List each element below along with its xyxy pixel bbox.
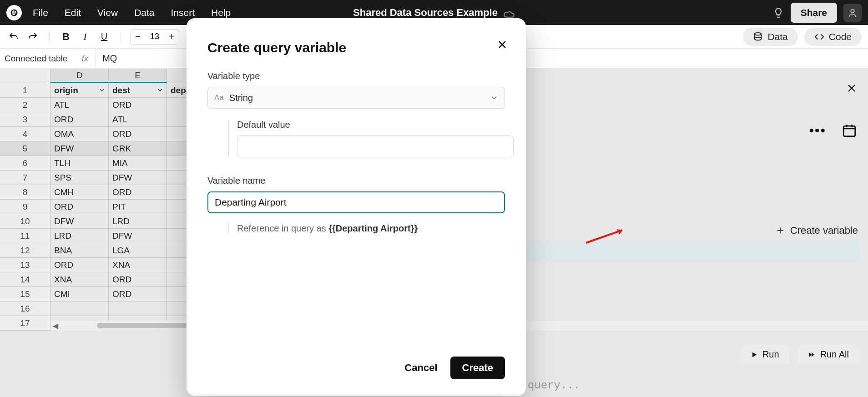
cell[interactable]: ORD	[50, 112, 109, 127]
cell[interactable]: ORD	[50, 200, 109, 214]
menu-file[interactable]: File	[33, 7, 48, 18]
share-button[interactable]: Share	[791, 3, 837, 23]
user-menu[interactable]	[843, 4, 862, 22]
font-size-increase[interactable]: +	[164, 30, 179, 44]
cell[interactable]: XNA	[50, 272, 109, 287]
modal-close-icon[interactable]	[496, 38, 509, 51]
row-number[interactable]: 8	[0, 185, 50, 200]
row-number[interactable]: 11	[0, 229, 50, 243]
menu-edit[interactable]: Edit	[65, 7, 81, 18]
bold-button[interactable]: B	[59, 30, 73, 44]
cell[interactable]: OMA	[50, 127, 109, 141]
select-all-corner[interactable]	[0, 69, 50, 83]
row-number[interactable]: 5	[0, 141, 50, 156]
more-menu-icon[interactable]: •••	[809, 123, 826, 138]
row-number[interactable]: 7	[0, 171, 50, 185]
cell[interactable]: ATL	[109, 112, 167, 127]
default-value-input[interactable]	[237, 136, 514, 157]
scroll-left-icon[interactable]: ◀	[50, 322, 61, 330]
row-number[interactable]: 13	[0, 258, 50, 272]
row-number[interactable]: 15	[0, 287, 50, 302]
cell[interactable]	[50, 302, 109, 316]
row-number[interactable]: 12	[0, 243, 50, 258]
run-all-button[interactable]: Run All	[797, 345, 859, 364]
cell[interactable]: ATL	[50, 98, 109, 112]
cell[interactable]: MIA	[109, 156, 167, 171]
menu-help[interactable]: Help	[211, 7, 231, 18]
cell[interactable]: LRD	[50, 229, 109, 243]
cell[interactable]: TLH	[50, 156, 109, 171]
doc-title: Shared Data Sources Example	[353, 7, 498, 19]
cell[interactable]: SPS	[50, 171, 109, 185]
cell[interactable]: CMH	[50, 185, 109, 200]
cell[interactable]	[109, 302, 167, 316]
cell[interactable]: GRK	[109, 141, 167, 156]
underline-button[interactable]: U	[97, 30, 111, 44]
create-variable-modal: Create query variable Variable type Aa S…	[187, 18, 526, 396]
row-number[interactable]: 6	[0, 156, 50, 171]
row-number[interactable]: 9	[0, 200, 50, 214]
text-type-icon: Aa	[214, 93, 224, 102]
code-icon	[814, 32, 824, 42]
row-number[interactable]: 3	[0, 112, 50, 127]
close-panel-icon[interactable]	[845, 82, 858, 95]
column-header-dest[interactable]: dest	[109, 83, 167, 98]
cell[interactable]: ORD	[109, 127, 167, 141]
redo-button[interactable]	[25, 30, 40, 44]
cell[interactable]: BNA	[50, 243, 109, 258]
scrollbar-thumb[interactable]	[97, 323, 188, 328]
connected-table-label[interactable]: Connected table	[0, 49, 74, 68]
cell[interactable]: CMI	[50, 287, 109, 302]
cell[interactable]: LGA	[109, 243, 167, 258]
fast-forward-icon	[807, 351, 816, 358]
cell[interactable]: LRD	[109, 214, 167, 229]
variable-name-label: Variable name	[207, 176, 505, 186]
main-menu: File Edit View Data Insert Help	[33, 7, 231, 18]
cell[interactable]: ORD	[109, 185, 167, 200]
col-header-d[interactable]: D	[50, 69, 109, 83]
lightbulb-icon[interactable]	[772, 7, 784, 19]
cell[interactable]: XNA	[109, 258, 167, 272]
font-size-input[interactable]	[145, 32, 164, 41]
chevron-down-icon[interactable]	[156, 86, 164, 94]
create-variable-link[interactable]: Create variable	[776, 225, 858, 236]
app-logo[interactable]	[6, 5, 22, 20]
formula-value[interactable]: MQ	[96, 53, 123, 64]
play-icon	[751, 351, 758, 358]
cell[interactable]: PIT	[109, 200, 167, 214]
variable-type-select[interactable]: Aa String	[207, 87, 505, 109]
cell[interactable]: DFW	[50, 141, 109, 156]
cell[interactable]: ORD	[109, 287, 167, 302]
row-number[interactable]: 17	[0, 316, 50, 331]
row-number[interactable]: 2	[0, 98, 50, 112]
chevron-down-icon[interactable]	[98, 86, 106, 94]
cell[interactable]: DFW	[50, 214, 109, 229]
cancel-button[interactable]: Cancel	[404, 362, 437, 374]
row-number[interactable]: 14	[0, 272, 50, 287]
row-number[interactable]: 10	[0, 214, 50, 229]
variable-name-input[interactable]	[207, 191, 505, 213]
cell[interactable]: ORD	[109, 98, 167, 112]
italic-button[interactable]: I	[78, 30, 92, 44]
code-panel-toggle[interactable]: Code	[804, 28, 862, 46]
cell[interactable]: ORD	[50, 258, 109, 272]
column-header-origin[interactable]: origin	[50, 83, 109, 98]
create-button[interactable]: Create	[450, 357, 505, 379]
col-header-e[interactable]: E	[109, 69, 167, 83]
row-number[interactable]: 4	[0, 127, 50, 141]
query-placeholder: query...	[528, 379, 580, 392]
menu-view[interactable]: View	[97, 7, 118, 18]
menu-insert[interactable]: Insert	[171, 7, 195, 18]
cell[interactable]: DFW	[109, 229, 167, 243]
database-icon	[753, 32, 763, 42]
calendar-icon[interactable]	[842, 123, 857, 138]
run-button[interactable]: Run	[741, 345, 789, 364]
row-number[interactable]: 1	[0, 83, 50, 98]
row-number[interactable]: 16	[0, 302, 50, 316]
menu-data[interactable]: Data	[134, 7, 154, 18]
font-size-decrease[interactable]: −	[131, 30, 145, 44]
cell[interactable]: DFW	[109, 171, 167, 185]
cell[interactable]: ORD	[109, 272, 167, 287]
undo-button[interactable]	[6, 30, 21, 44]
data-panel-toggle[interactable]: Data	[743, 28, 797, 46]
